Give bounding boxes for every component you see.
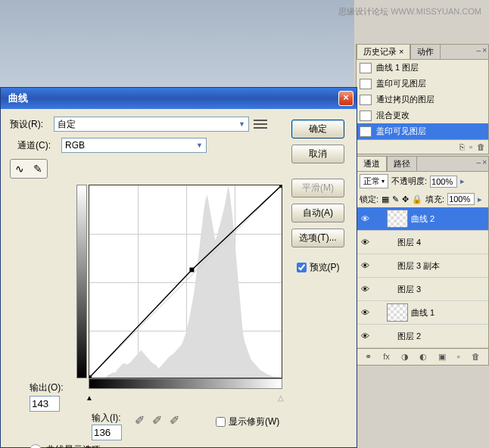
input-input[interactable] bbox=[92, 425, 122, 440]
output-input[interactable] bbox=[30, 396, 60, 412]
input-label: 输入(I): bbox=[92, 412, 121, 423]
history-item[interactable]: 曲线 1 图层 bbox=[357, 60, 488, 76]
trash-icon[interactable]: 🗑 bbox=[472, 352, 480, 362]
layer-item[interactable]: 👁图层 3 bbox=[357, 278, 488, 301]
titlebar[interactable]: 曲线 × bbox=[1, 88, 357, 109]
curve-tools: ∿ ✎ bbox=[10, 159, 48, 179]
channel-label: 通道(C): bbox=[17, 139, 61, 152]
expand-options-button[interactable]: ⌄ bbox=[30, 444, 42, 449]
options-button[interactable]: 选项(T)... bbox=[291, 229, 344, 247]
layers-panel: 通道 路径 –× 正常 ▾ 不透明度: ▸ 锁定: ▦ ✎ ✥ 🔒 填充: ▸ … bbox=[356, 156, 489, 366]
history-panel: 历史记录 × 动作 –× 曲线 1 图层盖印可见图层通过拷贝的图层混合更改盖印可… bbox=[356, 44, 489, 154]
blend-mode-dropdown[interactable]: 正常 ▾ bbox=[360, 174, 388, 188]
new-doc-icon[interactable]: ▫ bbox=[469, 142, 472, 151]
preset-menu-icon[interactable] bbox=[254, 118, 267, 130]
layer-item[interactable]: 👁曲线 1 bbox=[357, 301, 488, 325]
new-snapshot-icon[interactable]: ⎘ bbox=[459, 142, 465, 151]
history-item[interactable]: 盖印可见图层 bbox=[357, 123, 488, 139]
svg-rect-2 bbox=[279, 185, 282, 188]
chevron-down-icon: ▼ bbox=[238, 120, 245, 128]
curve-line bbox=[89, 185, 282, 378]
show-clipping-checkbox[interactable] bbox=[216, 417, 226, 427]
layer-item[interactable]: 👁曲线 2 bbox=[357, 207, 488, 231]
minimize-icon[interactable]: – bbox=[477, 158, 481, 166]
channels-tab[interactable]: 通道 bbox=[357, 156, 387, 171]
new-layer-icon[interactable]: ▫ bbox=[457, 352, 460, 362]
group-icon[interactable]: ▣ bbox=[438, 352, 446, 362]
eyedropper-black-icon[interactable]: ✐ bbox=[135, 413, 145, 428]
ok-button[interactable]: 确定 bbox=[291, 120, 344, 138]
eyedropper-white-icon[interactable]: ✐ bbox=[170, 413, 179, 428]
layers-list: 👁曲线 2👁图层 4👁图层 3 副本👁图层 3👁曲线 1👁图层 2 bbox=[357, 207, 488, 348]
preview-checkbox[interactable] bbox=[297, 263, 307, 272]
output-gradient bbox=[76, 185, 87, 378]
mask-icon[interactable]: ◑ bbox=[401, 352, 409, 362]
svg-rect-0 bbox=[89, 375, 92, 378]
history-item[interactable]: 盖印可见图层 bbox=[357, 76, 488, 92]
output-label: 输出(O): bbox=[30, 381, 64, 394]
adjustment-icon[interactable]: ◐ bbox=[419, 352, 427, 362]
curve-options-label: 曲线显示选项 bbox=[46, 443, 101, 448]
slider-black-icon[interactable]: ▲ bbox=[86, 394, 93, 402]
pencil-tool-icon[interactable]: ✎ bbox=[29, 160, 47, 178]
chevron-down-icon: ▼ bbox=[196, 142, 203, 149]
actions-tab[interactable]: 动作 bbox=[410, 44, 441, 59]
lock-all-icon[interactable]: 🔒 bbox=[412, 194, 422, 204]
lock-position-icon[interactable]: ✥ bbox=[402, 194, 409, 204]
paths-tab[interactable]: 路径 bbox=[387, 156, 417, 171]
history-item[interactable]: 混合更改 bbox=[357, 107, 488, 123]
lock-pixels-icon[interactable]: ✎ bbox=[392, 194, 399, 204]
minimize-icon[interactable]: – bbox=[477, 46, 481, 54]
history-item[interactable]: 通过拷贝的图层 bbox=[357, 92, 488, 107]
preset-label: 预设(R): bbox=[10, 118, 54, 131]
history-tab[interactable]: 历史记录 × bbox=[357, 44, 410, 59]
layer-item[interactable]: 👁图层 4 bbox=[357, 231, 488, 254]
layer-item[interactable]: 👁图层 3 副本 bbox=[357, 254, 488, 278]
curve-chart[interactable] bbox=[89, 185, 282, 378]
auto-button[interactable]: 自动(A) bbox=[291, 204, 344, 222]
fill-input[interactable] bbox=[447, 193, 475, 205]
dialog-title: 曲线 bbox=[8, 92, 338, 105]
layer-item[interactable]: 👁图层 2 bbox=[357, 325, 488, 348]
panels-area: 历史记录 × 动作 –× 曲线 1 图层盖印可见图层通过拷贝的图层混合更改盖印可… bbox=[356, 44, 489, 367]
show-clipping-label: 显示修剪(W) bbox=[229, 415, 279, 428]
preset-dropdown[interactable]: 自定 ▼ bbox=[54, 117, 249, 132]
channel-dropdown[interactable]: RGB ▼ bbox=[61, 138, 207, 153]
close-icon[interactable]: × bbox=[482, 158, 487, 166]
watermark: 思缘设计论坛 WWW.MISSYUAN.COM bbox=[338, 6, 481, 17]
lock-transparent-icon[interactable]: ▦ bbox=[382, 194, 389, 204]
fill-arrow-icon[interactable]: ▸ bbox=[478, 194, 482, 204]
background-photo bbox=[0, 0, 354, 87]
opacity-input[interactable] bbox=[430, 176, 457, 188]
svg-rect-1 bbox=[189, 268, 194, 272]
preview-label: 预览(P) bbox=[310, 261, 340, 274]
eyedropper-gray-icon[interactable]: ✐ bbox=[152, 413, 162, 428]
curve-tool-icon[interactable]: ∿ bbox=[11, 160, 29, 178]
close-button[interactable]: × bbox=[338, 91, 354, 106]
fx-icon[interactable]: fx bbox=[383, 352, 390, 362]
curves-dialog: 曲线 × 预设(R): 自定 ▼ 通道(C): RGB ▼ ∿ ✎ bbox=[0, 87, 357, 448]
smooth-button[interactable]: 平滑(M) bbox=[291, 179, 344, 198]
trash-icon[interactable]: 🗑 bbox=[477, 142, 485, 151]
input-gradient bbox=[89, 378, 282, 389]
close-icon[interactable]: × bbox=[482, 46, 487, 54]
opacity-arrow-icon[interactable]: ▸ bbox=[460, 176, 465, 186]
cancel-button[interactable]: 取消 bbox=[291, 145, 344, 163]
slider-white-icon[interactable]: △ bbox=[278, 394, 284, 402]
history-list: 曲线 1 图层盖印可见图层通过拷贝的图层混合更改盖印可见图层 bbox=[357, 60, 488, 139]
link-icon[interactable]: ⚭ bbox=[365, 352, 372, 362]
